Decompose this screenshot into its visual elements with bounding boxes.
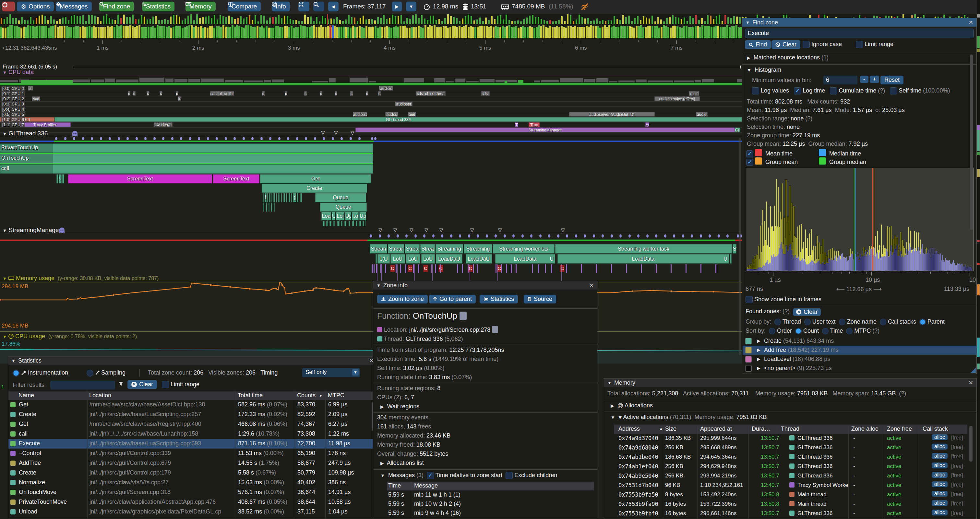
sortby-radio-count[interactable] [795, 328, 802, 334]
frame-column[interactable] [256, 26, 258, 38]
frame-column[interactable] [393, 27, 395, 38]
frame-column[interactable] [138, 25, 140, 38]
histogram-plot[interactable] [746, 168, 974, 271]
frame-column[interactable] [656, 26, 658, 38]
timeline-ruler[interactable]: 1 ms2 ms3 ms4 ms5 ms6 ms7 ms [0, 39, 742, 64]
cpu-zone[interactable]: Tracy Profiler [19, 122, 71, 127]
frame-column[interactable] [179, 26, 181, 38]
time-relative-checkbox[interactable]: ✓ [427, 472, 434, 479]
table-row[interactable]: AddTreejni/../jni/src/guif/Control.cpp:6… [8, 458, 374, 468]
frame-column[interactable] [261, 26, 263, 38]
frame-column[interactable] [200, 26, 202, 38]
decrement-button[interactable]: - [860, 76, 869, 83]
memory-button[interactable]: Memory [186, 2, 216, 11]
cpu-plot-header[interactable]: ▼ CPU usage (y-range: 0.78%, visible dat… [3, 333, 137, 340]
frame-column[interactable] [375, 26, 377, 38]
frame-column[interactable] [418, 26, 420, 38]
zone[interactable]: Streaming [436, 244, 463, 254]
frame-column[interactable] [441, 27, 442, 38]
frame-column[interactable] [572, 27, 574, 38]
zone[interactable]: Create [262, 184, 367, 193]
cpu-zone[interactable]: aud [408, 112, 416, 117]
table-row[interactable]: Createjni/../jni/src/claw/base/LuaScript… [8, 410, 374, 419]
zone[interactable]: ScreenText [213, 174, 259, 184]
table-row[interactable]: Get/mnt/e/claw/src/claw/base/Registry.hp… [8, 419, 374, 429]
frame-column[interactable] [181, 27, 183, 38]
frame-column[interactable] [645, 27, 647, 38]
message-marker-icon[interactable]: ▽ [498, 227, 502, 233]
frame-column[interactable] [170, 27, 172, 38]
frame-column[interactable] [195, 26, 197, 38]
frame-column[interactable] [504, 27, 506, 38]
frame-column[interactable] [724, 27, 726, 38]
cpu-zone[interactable]: c [133, 91, 135, 96]
zone[interactable] [363, 221, 364, 226]
zone-statistics-button[interactable]: Statistics [480, 295, 518, 303]
clear-found-button[interactable]: ✕Clear [793, 308, 821, 316]
zone-info-titlebar[interactable]: ▼Zone info✕ [373, 281, 597, 289]
statistics-titlebar[interactable]: ▼Statistics✕ [8, 356, 377, 365]
zone[interactable] [276, 193, 277, 202]
table-row[interactable]: 0x74ab1ef040256 KB294,629,948ns13:50.7GL… [614, 462, 967, 471]
error-zone[interactable]: C [438, 265, 443, 272]
frame-column[interactable] [690, 27, 692, 38]
cpu-zone[interactable]: c [378, 91, 381, 96]
frame-column[interactable] [511, 27, 513, 38]
frame-column[interactable] [522, 26, 524, 38]
zone[interactable] [289, 193, 290, 202]
frame-column[interactable] [325, 27, 326, 38]
close-icon[interactable]: ✕ [969, 379, 973, 386]
frame-column[interactable] [93, 26, 95, 38]
frame-column[interactable] [413, 27, 415, 38]
frame-column[interactable] [207, 27, 208, 38]
frame-column[interactable] [177, 26, 179, 38]
frame-column[interactable] [111, 26, 113, 38]
frame-column[interactable] [552, 27, 554, 38]
frame-column[interactable] [599, 27, 601, 38]
frames-bar[interactable] [0, 25, 742, 38]
frame-column[interactable] [132, 26, 134, 38]
expander-icon[interactable]: ▶ [757, 338, 760, 343]
frame-column[interactable] [738, 27, 740, 38]
frame-column[interactable] [447, 27, 449, 38]
frame-column[interactable] [502, 26, 504, 38]
zone[interactable]: Up [345, 212, 351, 220]
frame-column[interactable] [585, 26, 588, 38]
frame-column[interactable] [243, 27, 245, 38]
frame-column[interactable] [350, 27, 352, 38]
frame-column[interactable] [218, 26, 220, 38]
frame-column[interactable] [298, 27, 299, 38]
frame-column[interactable] [565, 27, 567, 38]
reset-button[interactable]: Reset [880, 76, 904, 85]
frame-column[interactable] [232, 25, 234, 38]
frame-column[interactable] [343, 27, 345, 38]
frame-column[interactable] [627, 26, 628, 38]
found-zone-row[interactable]: ▶Create (54,131) 643.34 ms [743, 337, 977, 346]
frame-column[interactable] [284, 26, 286, 38]
frame-column[interactable] [667, 27, 669, 38]
frame-column[interactable] [268, 27, 270, 38]
zone[interactable]: LoU [390, 254, 405, 263]
frame-column[interactable] [61, 26, 63, 38]
frame-column[interactable] [658, 27, 660, 38]
frame-column[interactable] [695, 26, 697, 38]
cpu-zone[interactable]: audio.se [353, 112, 367, 117]
zone[interactable] [337, 221, 339, 226]
table-row[interactable]: Unloadjni/../jni/src/claw/graphics/pixel… [8, 507, 374, 517]
zone[interactable]: Strean [370, 244, 387, 254]
frame-column[interactable] [434, 25, 436, 38]
zone[interactable]: Loa [321, 212, 331, 220]
frame-column[interactable] [729, 27, 730, 38]
frame-column[interactable] [11, 25, 13, 38]
frame-column[interactable] [495, 26, 497, 38]
zone[interactable] [348, 221, 350, 226]
cpu-zone[interactable]: c [320, 91, 322, 96]
limit-range-checkbox[interactable] [162, 381, 169, 388]
activity-minimap[interactable] [977, 0, 980, 519]
zone[interactable]: S [733, 244, 737, 254]
frame-column[interactable] [152, 26, 154, 38]
frame-column[interactable] [125, 26, 127, 38]
frame-column[interactable] [547, 27, 549, 38]
frame-column[interactable] [84, 27, 86, 38]
zone[interactable] [286, 193, 287, 202]
